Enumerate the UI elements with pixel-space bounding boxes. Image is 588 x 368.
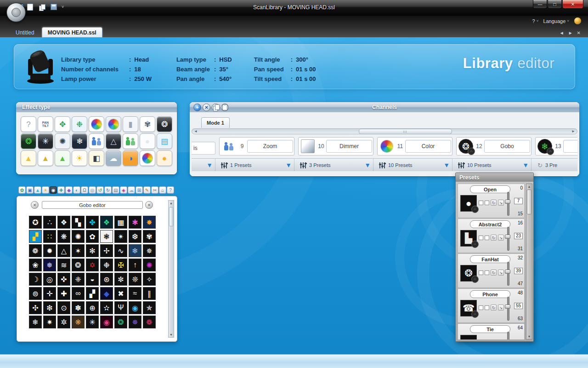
- gobo-thumbnail[interactable]: ❄: [29, 316, 42, 328]
- lamp-icon[interactable]: ☀: [72, 150, 87, 166]
- rotate-right-tool-icon[interactable]: ↻: [104, 186, 112, 194]
- save-file-icon[interactable]: [50, 3, 58, 11]
- gobo-thumbnail[interactable]: ✻: [86, 244, 99, 257]
- gobo-thumbnail[interactable]: Ψ: [114, 301, 127, 314]
- gobo-thumbnail[interactable]: ✖: [114, 287, 127, 300]
- preset-slider[interactable]: [505, 192, 510, 216]
- focus-icon[interactable]: ●: [140, 133, 155, 149]
- scrollbar-track[interactable]: [199, 129, 570, 134]
- shutter-blade-icon[interactable]: ▮: [123, 116, 138, 132]
- presets-dropdown-icon[interactable]: ▼: [206, 161, 213, 169]
- presets-dropdown-icon[interactable]: ▼: [364, 161, 371, 169]
- scroll-up-icon[interactable]: ▲: [528, 184, 531, 189]
- gobo-thumbnail[interactable]: △: [57, 244, 70, 257]
- gobo-thumbnail[interactable]: ✳: [86, 316, 99, 328]
- zoom-people-icon[interactable]: [89, 133, 104, 149]
- gem-tool-icon[interactable]: ◈: [120, 186, 127, 194]
- maximize-button[interactable]: □: [548, 0, 562, 9]
- sphere-color-icon[interactable]: ◑: [123, 150, 138, 166]
- gobo-thumbnail[interactable]: ✴: [114, 230, 127, 243]
- gobo-thumbnail[interactable]: ✤: [86, 216, 99, 229]
- gobo-thumbnail[interactable]: ◉: [129, 301, 141, 314]
- slider-knob[interactable]: [505, 305, 510, 309]
- gobo-thumbnail[interactable]: ❖: [100, 216, 113, 229]
- preset-slider[interactable]: [505, 297, 510, 321]
- unknown-effect-icon[interactable]: ?: [21, 116, 36, 132]
- scroll-up-icon[interactable]: ▲: [170, 201, 173, 206]
- slider-knob[interactable]: [505, 235, 510, 239]
- gobo-thumbnail[interactable]: ≈: [129, 287, 141, 300]
- color-mix-icon[interactable]: [140, 150, 155, 166]
- preset-loop-button[interactable]: ↻: [491, 305, 497, 310]
- preset-row-open[interactable]: Open●∴↻↘0715: [458, 184, 525, 218]
- add-grid-tool-icon[interactable]: ⊞: [136, 186, 143, 194]
- gobo-shake-icon[interactable]: ✺: [55, 133, 70, 149]
- preset-slider[interactable]: [505, 262, 510, 286]
- gobo-thumbnail[interactable]: ❃: [100, 230, 113, 243]
- gobo-thumbnail[interactable]: ⊚: [29, 287, 42, 300]
- channel-dimmer[interactable]: 10Dimmer: [298, 137, 373, 155]
- gobo-thumbnail[interactable]: ∷: [43, 230, 56, 243]
- tab-scroll-right-icon[interactable]: ►: [568, 30, 573, 35]
- gobo-thumbnail[interactable]: ❅: [43, 259, 56, 271]
- gobo-thumbnail[interactable]: ✷: [43, 316, 56, 328]
- minimize-button[interactable]: —: [533, 0, 547, 9]
- gobo-thumbnail[interactable]: ◒: [86, 273, 99, 286]
- gobo-thumbnail[interactable]: ❄: [129, 244, 141, 257]
- close-icon[interactable]: ✕: [31, 201, 39, 209]
- gobo-thumbnail[interactable]: ↑: [129, 259, 141, 271]
- language-globe-icon[interactable]: [574, 17, 582, 25]
- gobo-thumbnail[interactable]: ◎: [43, 273, 56, 286]
- copy-channel-icon[interactable]: [212, 104, 220, 111]
- gobo-thumbnail[interactable]: ❆: [129, 230, 141, 243]
- prism-green-icon[interactable]: ▲: [55, 150, 70, 166]
- people-green-icon[interactable]: [123, 133, 138, 149]
- add-tool-icon[interactable]: ✚: [57, 186, 65, 194]
- preset-loop-button[interactable]: ↻: [491, 235, 497, 241]
- channel-item[interactable]: ❄∴13: [535, 137, 577, 155]
- gobo-thumbnail[interactable]: ✸: [143, 216, 156, 229]
- gobo-thumbnail[interactable]: ✧: [143, 273, 156, 286]
- preset-checkbox[interactable]: [479, 201, 483, 205]
- tab-mode-1[interactable]: Mode 1: [201, 117, 230, 128]
- gobo-thumbnail[interactable]: ▞: [29, 230, 42, 243]
- pan-tilt-icon[interactable]: PANTILT: [38, 116, 53, 132]
- gobo-thumbnail[interactable]: ✠: [114, 259, 127, 271]
- delete-channel-icon[interactable]: ✕: [203, 104, 210, 111]
- contrast-tool-icon[interactable]: ◐: [73, 186, 80, 194]
- gobo-thumbnail[interactable]: ❁: [29, 244, 42, 257]
- cloud-tool-icon[interactable]: ☁: [128, 186, 135, 194]
- close-button[interactable]: ✕: [562, 0, 583, 9]
- diamond-tool-icon[interactable]: ◆: [65, 186, 73, 194]
- ring-tool-icon[interactable]: ◎: [89, 186, 96, 194]
- gobo-thumbnail[interactable]: ∴: [43, 216, 56, 229]
- presets-dropdown-icon[interactable]: ▼: [443, 161, 450, 169]
- preset-checkbox[interactable]: [485, 201, 489, 205]
- preset-checkbox[interactable]: [485, 236, 489, 240]
- preset-checkbox[interactable]: [479, 305, 483, 310]
- gobo-thumbnail[interactable]: ✿: [86, 230, 99, 243]
- gobo-thumbnail[interactable]: ✾: [143, 230, 156, 243]
- cut-tool-icon[interactable]: ✂: [151, 186, 158, 194]
- channel-presets-cell[interactable]: 10 Presets▼: [377, 159, 452, 171]
- gobo-rotation-icon[interactable]: ✾: [140, 116, 155, 132]
- grid-tool-icon[interactable]: ▤: [112, 186, 119, 194]
- triangle-tool-icon[interactable]: ▲: [34, 186, 41, 194]
- preset-row-tie[interactable]: Tie❖∴↻↘64: [458, 323, 525, 339]
- preset-checkbox[interactable]: [485, 270, 489, 275]
- gobo-thumbnail[interactable]: ❂: [114, 316, 127, 328]
- iris-icon[interactable]: ✳: [38, 133, 53, 149]
- channel-presets-cell[interactable]: 3 Presets▼: [298, 159, 373, 171]
- channel-zoom[interactable]: 9Zoom: [219, 137, 294, 155]
- gobo-editor-scrollbar[interactable]: ▲ ▼: [168, 200, 174, 338]
- preset-checkbox[interactable]: [479, 270, 483, 275]
- preset-expand-button[interactable]: ↘: [498, 200, 504, 206]
- target-tool-icon[interactable]: ◉: [50, 186, 57, 194]
- slider-knob[interactable]: [505, 270, 510, 274]
- gobo-thumbnail[interactable]: ❖: [57, 216, 70, 229]
- gobo-thumbnail[interactable]: ∥: [143, 287, 156, 300]
- presets-dropdown-icon[interactable]: ▼: [285, 161, 292, 169]
- gobo-wheel-icon[interactable]: ❂: [157, 116, 172, 132]
- open-file-icon[interactable]: [38, 3, 46, 11]
- gobo-thumbnail[interactable]: ❋: [57, 230, 70, 243]
